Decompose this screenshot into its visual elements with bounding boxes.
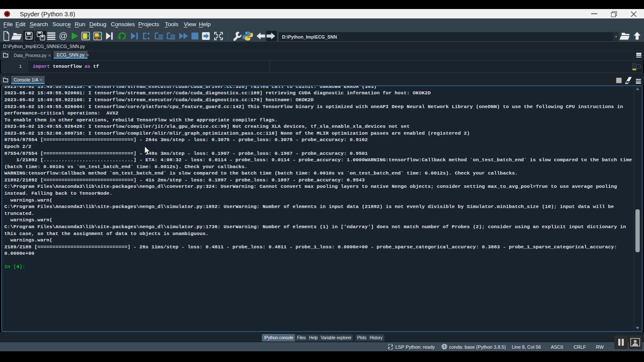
- svg-text:@: @: [59, 31, 67, 40]
